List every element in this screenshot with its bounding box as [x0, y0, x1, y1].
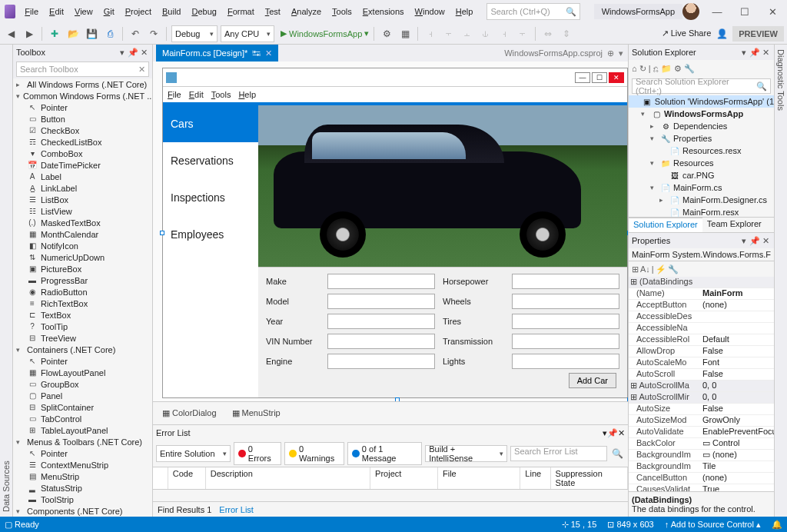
nav-back-icon[interactable]: ◀	[3, 26, 18, 42]
toolbox-group[interactable]: ▾Containers (.NET Core)	[13, 344, 152, 355]
property-row[interactable]: BackgroundIm▭ (none)	[629, 450, 774, 461]
tool-icon[interactable]: 🔧	[684, 64, 695, 74]
solution-tree-item[interactable]: ▾▢WindowsFormsApp	[629, 108, 774, 120]
redo-icon[interactable]: ↷	[146, 26, 161, 42]
designer-form[interactable]: — ☐ ✕ FileEditToolsHelp CarsReservations…	[162, 68, 628, 398]
tool-icon[interactable]: ↻	[639, 64, 646, 74]
form-min-button[interactable]: —	[575, 72, 590, 83]
field-input-horsepower[interactable]	[512, 274, 619, 289]
global-search-input[interactable]: Search (Ctrl+Q)🔍	[486, 3, 579, 20]
feedback-icon[interactable]: 👤	[714, 26, 729, 42]
tool-icon[interactable]: 📁	[661, 64, 672, 74]
toolbox-item[interactable]: A̲LinkLabel	[13, 182, 152, 194]
property-row[interactable]: AccessibleRolDefault	[629, 334, 774, 346]
menu-project[interactable]: Project	[121, 4, 156, 19]
form-menu-item[interactable]: Tools	[211, 90, 231, 99]
tool-icon[interactable]: ⎌	[653, 64, 659, 73]
form-menustrip[interactable]: FileEditToolsHelp	[163, 87, 627, 102]
errors-filter[interactable]: 0 Errors	[234, 442, 281, 465]
events-icon[interactable]: ⚡	[656, 264, 666, 274]
dropdown-icon[interactable]: ▾	[739, 48, 749, 58]
field-input-make[interactable]	[327, 274, 435, 289]
error-scope-combo[interactable]: Entire Solution	[156, 445, 231, 462]
toolbox-item[interactable]: ◧NotifyIcon	[13, 240, 152, 251]
toolbox-item[interactable]: ▂StatusStrip	[13, 482, 152, 494]
search-icon[interactable]: 🔍	[756, 81, 767, 91]
platform-combo[interactable]: Any CPU	[221, 25, 274, 42]
property-row[interactable]: CausesValidatTrue	[629, 484, 774, 491]
property-row[interactable]: CancelButton(none)	[629, 473, 774, 484]
field-input-vin-number[interactable]	[327, 334, 435, 349]
pin-icon[interactable]: 📌	[128, 48, 138, 58]
property-row[interactable]: AccessibleDes	[629, 311, 774, 323]
solution-tree-item[interactable]: 📄MainForm.resx	[629, 206, 774, 217]
menu-build[interactable]: Build	[158, 4, 185, 19]
error-col-header[interactable]: File	[438, 467, 520, 489]
toolbox-item[interactable]: ▬ProgressBar	[13, 274, 152, 286]
menu-file[interactable]: File	[20, 4, 43, 19]
toolbox-item[interactable]: ⊟TreeView	[13, 332, 152, 344]
field-input-lights[interactable]	[512, 354, 619, 369]
tab-mainform-design[interactable]: MainForm.cs [Design]* ⭾ ✕	[156, 45, 278, 62]
tab-error-list[interactable]: Error List	[219, 505, 254, 514]
toolbox-item[interactable]: ☰ListBox	[13, 194, 152, 205]
menu-format[interactable]: Format	[223, 4, 259, 19]
field-input-tires[interactable]	[512, 314, 619, 329]
toolbox-item[interactable]: ⊟SplitContainer	[13, 401, 152, 413]
property-row[interactable]: AccessibleNa	[629, 323, 774, 334]
menu-window[interactable]: Window	[410, 4, 450, 19]
align-icon[interactable]: ⫟	[441, 26, 457, 42]
field-input-model[interactable]	[327, 294, 435, 309]
nav-item-inspections[interactable]: Inspections	[163, 179, 258, 216]
alpha-icon[interactable]: A↓	[640, 264, 650, 274]
solution-tree-item[interactable]: ▾🔧Properties	[629, 132, 774, 145]
toolbox-item[interactable]: ▤MenuStrip	[13, 470, 152, 482]
property-row[interactable]: AutoSizeModGrowOnly	[629, 415, 774, 427]
solution-tree-item[interactable]: ▾📁Resources	[629, 157, 774, 169]
menu-extensions[interactable]: Extensions	[358, 4, 409, 19]
toolbox-group[interactable]: ▾Common Windows Forms (.NET ...	[13, 90, 152, 101]
form-menu-item[interactable]: Help	[238, 90, 256, 99]
add-car-button[interactable]: Add Car	[569, 373, 616, 388]
solution-tree-item[interactable]: ▾📄MainForm.cs	[629, 181, 774, 194]
solution-tree-item[interactable]: ▸⚙Dependencies	[629, 120, 774, 132]
align-icon[interactable]: ⫝	[478, 26, 493, 42]
nav-item-cars[interactable]: Cars	[163, 105, 258, 142]
toolbox-item[interactable]: ☑CheckBox	[13, 125, 152, 136]
spacing-icon[interactable]: ⇔	[540, 26, 556, 42]
maximize-button[interactable]: ☐	[735, 6, 755, 18]
property-row[interactable]: AutoScrollFalse	[629, 369, 774, 381]
property-row[interactable]: (Name)MainForm	[629, 288, 774, 300]
spacing-icon[interactable]: ⇕	[559, 26, 574, 42]
config-combo[interactable]: Debug	[171, 25, 218, 42]
warnings-filter[interactable]: 0 Warnings	[284, 442, 344, 465]
solution-tree-item[interactable]: ▣Solution 'WindowsFormsApp' (1	[629, 95, 774, 108]
toolbox-item[interactable]: ▭GroupBox	[13, 378, 152, 390]
clear-icon[interactable]: ✕	[138, 65, 145, 75]
align-icon[interactable]: ⫠	[460, 26, 475, 42]
close-icon[interactable]: ✕	[138, 48, 149, 58]
tool-icon[interactable]: ▦	[397, 26, 413, 42]
properties-grid[interactable]: ⊞ (DataBindings(Name)MainFormAcceptButto…	[629, 277, 774, 491]
live-share-button[interactable]: ↗ Live Share	[662, 28, 712, 38]
toolbox-item[interactable]: ☶CheckedListBox	[13, 136, 152, 148]
field-input-transmission[interactable]	[512, 334, 619, 349]
toolbox-item[interactable]: ☷ListView	[13, 205, 152, 217]
close-icon[interactable]: ✕	[618, 428, 625, 438]
undo-icon[interactable]: ↶	[128, 26, 143, 42]
form-max-button[interactable]: ☐	[592, 72, 607, 83]
build-filter-combo[interactable]: Build + IntelliSense	[425, 445, 507, 462]
field-input-engine[interactable]	[327, 354, 435, 369]
menu-tools[interactable]: Tools	[327, 4, 357, 19]
toolbox-item[interactable]: ▭Button	[13, 113, 152, 125]
property-row[interactable]: BackColor▭ Control	[629, 438, 774, 450]
side-tab-data-sources[interactable]: Data Sources	[0, 45, 13, 517]
toolbox-item[interactable]: ?ToolTip	[13, 321, 152, 332]
solution-tree-item[interactable]: ▸📄MainForm.Designer.cs	[629, 194, 774, 206]
align-icon[interactable]: ⫞	[423, 26, 438, 42]
field-input-wheels[interactable]	[512, 294, 619, 309]
form-designer-canvas[interactable]: — ☐ ✕ FileEditToolsHelp CarsReservations…	[153, 62, 628, 401]
notifications-icon[interactable]: 🔔	[772, 520, 782, 530]
toolbox-item[interactable]: ▦MonthCalendar	[13, 228, 152, 240]
tool-icon[interactable]: ⚙	[379, 26, 394, 42]
